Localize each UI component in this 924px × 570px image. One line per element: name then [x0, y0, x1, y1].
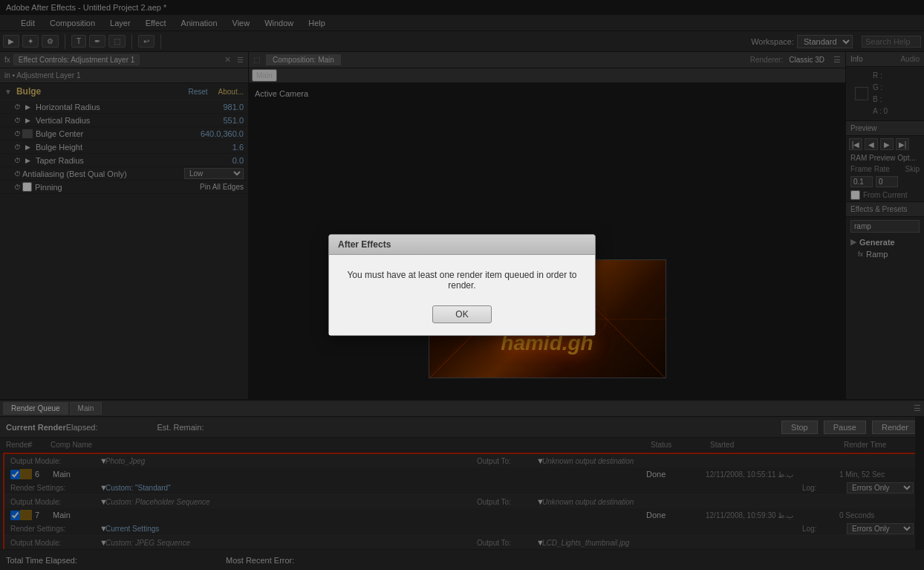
dialog-overlay[interactable]: After Effects You must have at least one…	[0, 0, 924, 570]
dialog: After Effects You must have at least one…	[328, 234, 596, 336]
dialog-buttons: OK	[341, 305, 583, 323]
dialog-body: You must have at least one render item q…	[329, 255, 595, 335]
dialog-title: After Effects	[329, 235, 595, 255]
ok-button[interactable]: OK	[432, 305, 491, 323]
dialog-message: You must have at least one render item q…	[341, 270, 583, 291]
